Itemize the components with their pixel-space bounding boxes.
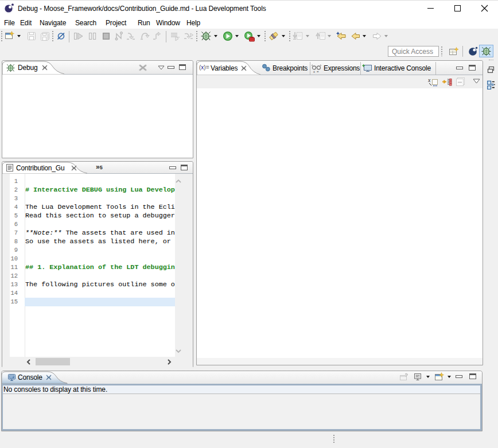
svg-text:x: x bbox=[428, 77, 431, 83]
svg-text:x: x bbox=[313, 70, 315, 73]
svg-text:=: = bbox=[317, 70, 319, 73]
